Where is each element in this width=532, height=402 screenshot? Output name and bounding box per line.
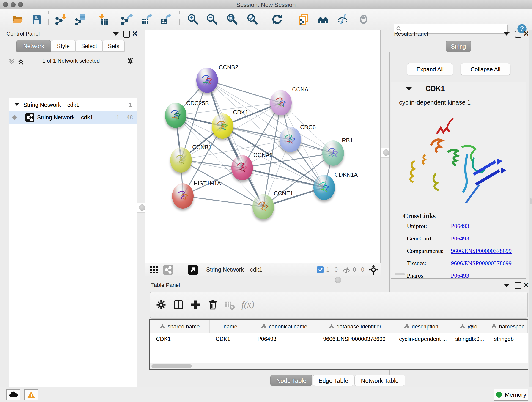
tab-style[interactable]: Style [51,40,76,51]
export-table-button[interactable] [140,13,153,26]
network-node-ccne1[interactable] [253,194,274,219]
crosslink-label: GeneCard: [407,235,433,242]
tab-network-table[interactable]: Network Table [355,375,405,386]
crosshair-icon[interactable] [368,264,379,276]
tab-select[interactable]: Select [76,40,103,51]
results-panel-menu-icon[interactable] [504,32,510,36]
column-header-@id[interactable]: @id [449,320,488,333]
zoom-selected-button[interactable] [246,13,259,26]
collapse-all-tree-icon[interactable] [8,58,15,65]
column-header-label: namespac [499,323,525,330]
table-panel-close-icon[interactable]: ✕ [523,282,529,288]
column-header-name[interactable]: name [210,320,251,333]
control-panel-close-icon[interactable]: ✕ [132,31,138,37]
delete-table-icon[interactable] [224,300,235,312]
card-scrollbar-thumb[interactable] [394,274,405,275]
tab-network[interactable]: Network [17,40,51,51]
collapse-all-button[interactable]: Collapse All [461,63,510,75]
results-panel-float-icon[interactable] [515,31,521,38]
crosslink-value-link[interactable]: P06493 [451,223,469,230]
function-builder-button[interactable]: f(x) [241,299,254,310]
show-all-button[interactable] [357,13,370,26]
edge-splitter-handle[interactable] [530,198,532,204]
network-edge[interactable] [207,80,263,207]
column-header-shared-name[interactable]: shared name [150,320,210,333]
column-header-canonical-name[interactable]: canonical name [251,320,317,333]
zoom-out-button[interactable] [206,13,219,26]
network-edge[interactable] [183,196,263,207]
network-collection-count: 1 [129,102,132,108]
main-toolbar: ? [0,9,532,30]
birds-eye-grid-icon[interactable] [150,265,159,275]
network-node-ccnb2[interactable] [196,68,218,93]
crosslink-value-link[interactable]: P06493 [451,235,469,242]
table-hscrollbar[interactable] [150,363,528,369]
network-node-cdk1[interactable] [212,114,233,139]
column-header-database-identifier[interactable]: database identifier [317,320,393,333]
control-panel-float-icon[interactable] [123,31,130,38]
tab-edge-table[interactable]: Edge Table [313,375,354,386]
zoom-out-icon [206,13,219,26]
network-edge[interactable] [207,80,281,103]
network-collection-row[interactable]: String Network – cdk1 1 [9,99,137,111]
tab-sets[interactable]: Sets [103,40,125,51]
toolbar-separator [290,11,290,27]
copy-network-button[interactable] [298,13,310,26]
network-options-gear-icon[interactable] [126,57,135,66]
selected-checkbox-icon[interactable] [317,266,324,273]
open-session-button[interactable] [11,13,24,26]
import-table-button[interactable] [96,13,109,26]
show-columns-icon[interactable] [173,299,184,312]
add-column-plus-icon[interactable] [190,299,201,312]
tab-node-table[interactable]: Node Table [270,375,312,386]
zoom-in-button[interactable] [187,13,200,26]
table-row[interactable]: CDK1CDK1P064939606.ENSP00000378699cyclin… [150,333,528,345]
crosslink-label: Tissues: [407,260,426,267]
expand-all-button[interactable]: Expand All [407,63,453,75]
network-node-hist1h1a[interactable] [172,183,194,209]
table-hscrollbar-thumb[interactable] [152,364,192,368]
crosslink-value-link[interactable]: P06493 [451,272,469,279]
tab-string[interactable]: String [446,41,471,52]
save-session-button[interactable] [31,13,43,26]
zoom-fit-button[interactable] [226,13,239,26]
network-node-rb1[interactable] [322,140,344,166]
network-node-ccnb1[interactable] [170,147,192,172]
protein-collapse-icon[interactable] [406,87,412,90]
node-label-cdc25b: CDC25B [186,100,209,107]
network-node-cdkn1a[interactable] [313,175,335,200]
column-header-description[interactable]: description [393,320,449,333]
export-network-button[interactable] [121,13,133,26]
table-settings-gear-icon[interactable] [155,299,167,312]
delete-column-trash-icon[interactable] [207,299,219,312]
import-network-database-button[interactable] [75,13,88,26]
expand-all-tree-icon[interactable] [17,58,24,65]
network-node-ccna2[interactable] [231,155,253,180]
tree-expand-icon[interactable] [14,103,19,106]
network-node-cdc6[interactable] [279,127,301,152]
warning-button[interactable] [24,389,38,400]
export-image-button[interactable] [159,13,172,26]
memory-button[interactable]: Memory [494,389,528,401]
table-panel-float-icon[interactable] [515,282,521,289]
string-share-icon[interactable] [163,265,173,275]
network-node-cdc25b[interactable] [165,103,186,128]
table-panel-menu-icon[interactable] [504,284,510,287]
network-canvas[interactable]: CCNB2 CCNA1 CDC25B CDK1 CDC6 RB1 CCNB1 C… [145,30,380,263]
column-header-namespac[interactable]: namespac [488,320,528,333]
results-panel-close-icon[interactable]: ✕ [523,31,529,37]
hide-selected-button[interactable] [336,13,349,26]
first-neighbors-button[interactable] [317,13,329,26]
network-node-ccna1[interactable] [270,90,292,115]
control-panel-menu-icon[interactable] [113,32,119,36]
table-cell: CDK1 [210,333,251,345]
open-in-new-icon[interactable] [188,265,198,275]
refresh-button[interactable] [271,13,284,26]
column-header-label: description [412,323,438,330]
zoom-selected-icon [246,13,259,26]
network-row-selected[interactable]: String Network – cdk1 11 48 [9,111,137,123]
crosslink-value-link[interactable]: 9606.ENSP00000378699 [451,260,512,267]
import-network-file-button[interactable] [55,13,68,26]
crosslink-value-link[interactable]: 9606.ENSP00000378699 [451,248,512,254]
cloud-button[interactable] [6,389,20,400]
